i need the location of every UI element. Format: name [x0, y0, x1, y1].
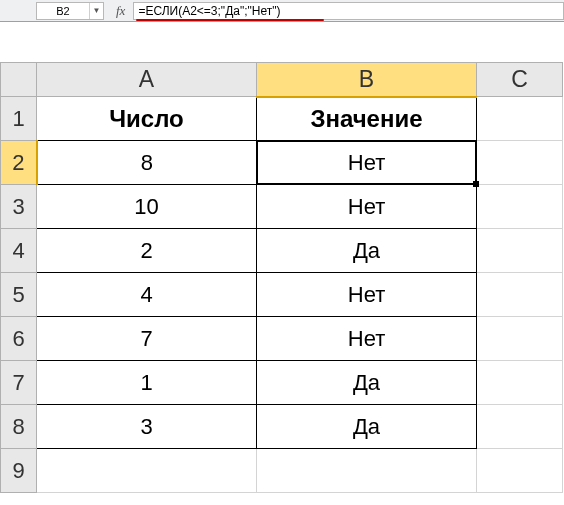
cell-C6[interactable]	[477, 317, 563, 361]
row-header-1[interactable]: 1	[1, 97, 37, 141]
cell-B2[interactable]: Нет	[257, 141, 477, 185]
cell-A9[interactable]	[37, 449, 257, 493]
cell-B9[interactable]	[257, 449, 477, 493]
sheet-area: A B C 1 Число Значение 2 8 Нет 3 10 Нет …	[0, 22, 564, 493]
name-box[interactable]: B2	[37, 5, 89, 17]
cell-C4[interactable]	[477, 229, 563, 273]
fx-icon[interactable]: fx	[112, 3, 129, 19]
spreadsheet-grid[interactable]: A B C 1 Число Значение 2 8 Нет 3 10 Нет …	[0, 62, 563, 493]
row-header-8[interactable]: 8	[1, 405, 37, 449]
formula-buttons: fx	[108, 3, 133, 19]
row-header-4[interactable]: 4	[1, 229, 37, 273]
cell-B6[interactable]: Нет	[257, 317, 477, 361]
cell-A3[interactable]: 10	[37, 185, 257, 229]
cell-B4[interactable]: Да	[257, 229, 477, 273]
cell-B1[interactable]: Значение	[257, 97, 477, 141]
col-header-C[interactable]: C	[477, 63, 563, 97]
row-header-2[interactable]: 2	[1, 141, 37, 185]
cell-A7[interactable]: 1	[37, 361, 257, 405]
name-box-wrap[interactable]: B2 ▼	[36, 2, 104, 20]
cell-B5[interactable]: Нет	[257, 273, 477, 317]
cell-C5[interactable]	[477, 273, 563, 317]
cell-A2[interactable]: 8	[37, 141, 257, 185]
cell-A8[interactable]: 3	[37, 405, 257, 449]
cell-C7[interactable]	[477, 361, 563, 405]
annotation-underline	[136, 19, 324, 21]
select-all-corner[interactable]	[1, 63, 37, 97]
col-header-B[interactable]: B	[257, 63, 477, 97]
row-header-6[interactable]: 6	[1, 317, 37, 361]
cell-C3[interactable]	[477, 185, 563, 229]
row-header-9[interactable]: 9	[1, 449, 37, 493]
cell-C2[interactable]	[477, 141, 563, 185]
cell-B3[interactable]: Нет	[257, 185, 477, 229]
cell-B7[interactable]: Да	[257, 361, 477, 405]
cell-A6[interactable]: 7	[37, 317, 257, 361]
cell-C1[interactable]	[477, 97, 563, 141]
formula-bar: B2 ▼ fx =ЕСЛИ(A2<=3;"Да";"Нет")	[0, 0, 564, 22]
row-header-3[interactable]: 3	[1, 185, 37, 229]
cell-A5[interactable]: 4	[37, 273, 257, 317]
col-header-A[interactable]: A	[37, 63, 257, 97]
formula-input-wrap[interactable]: =ЕСЛИ(A2<=3;"Да";"Нет")	[133, 2, 564, 20]
cell-B8[interactable]: Да	[257, 405, 477, 449]
row-header-5[interactable]: 5	[1, 273, 37, 317]
cell-C9[interactable]	[477, 449, 563, 493]
cell-A4[interactable]: 2	[37, 229, 257, 273]
cell-C8[interactable]	[477, 405, 563, 449]
cell-A1[interactable]: Число	[37, 97, 257, 141]
name-box-dropdown-icon[interactable]: ▼	[89, 3, 103, 19]
formula-input[interactable]: =ЕСЛИ(A2<=3;"Да";"Нет")	[138, 4, 280, 18]
row-header-7[interactable]: 7	[1, 361, 37, 405]
